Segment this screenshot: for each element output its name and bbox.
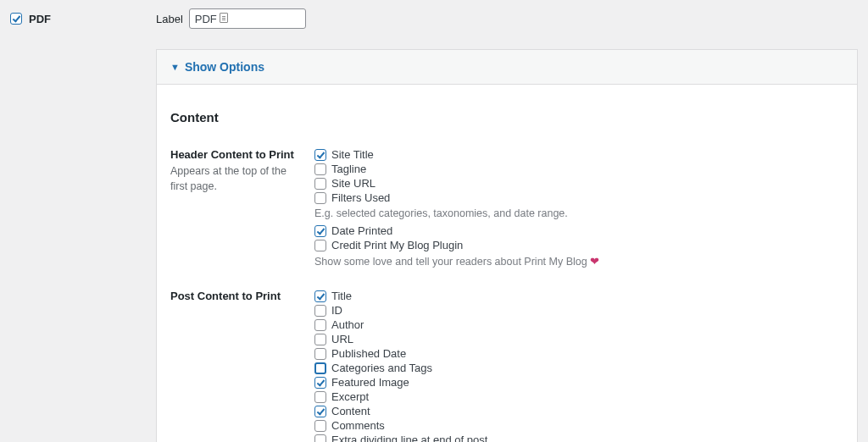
lbl-post-id: ID [331,304,342,318]
lbl-categories-tags: Categories and Tags [331,362,432,375]
pdf-format-toggle: PDF [10,13,156,25]
row-header-content: Header Content to Print Appears at the t… [170,148,843,273]
cb-comments[interactable] [314,420,326,432]
cb-categories-tags[interactable] [314,362,326,374]
opt-credit-plugin[interactable]: Credit Print My Blog Plugin [314,239,843,252]
pdf-checkbox-label: PDF [29,13,51,25]
cb-credit-plugin[interactable] [314,240,326,251]
lbl-content: Content [331,405,370,418]
credit-hint: Show some love and tell your readers abo… [314,255,843,268]
opt-content[interactable]: Content [314,405,843,418]
row-post-content-labelcol: Post Content to Print [170,290,314,306]
opt-published-date[interactable]: Published Date [314,347,843,361]
lbl-site-title: Site Title [331,148,374,162]
lbl-excerpt: Excerpt [331,390,369,404]
cb-site-title[interactable] [314,149,326,161]
filters-used-hint: E.g. selected categories, taxonomies, an… [314,207,843,219]
opt-categories-tags[interactable]: Categories and Tags [314,362,843,375]
lbl-extra-divider: Extra dividing line at end of post [331,434,487,442]
lbl-author: Author [331,318,364,332]
opt-featured-image[interactable]: Featured Image [314,376,843,390]
header-content-title: Header Content to Print [170,148,304,161]
opt-author[interactable]: Author [314,318,843,332]
document-icon [220,13,228,23]
opt-date-printed[interactable]: Date Printed [314,224,843,238]
cb-content[interactable] [314,406,326,417]
cb-post-title[interactable] [314,290,326,302]
panel-body: Content Header Content to Print Appears … [157,85,857,442]
opt-post-title[interactable]: Title [314,290,843,303]
post-content-title: Post Content to Print [170,290,304,302]
opt-post-id[interactable]: ID [314,304,843,318]
top-row: PDF Label [10,8,858,29]
cb-excerpt[interactable] [314,391,326,403]
lbl-comments: Comments [331,419,385,433]
opt-comments[interactable]: Comments [314,419,843,433]
pdf-checkbox[interactable] [10,13,22,25]
label-caption: Label [156,13,183,25]
lbl-tagline: Tagline [331,163,366,176]
lbl-featured-image: Featured Image [331,376,409,390]
header-content-desc: Appears at the top of the first page. [170,164,304,194]
content-heading: Content [170,110,843,124]
lbl-credit-plugin: Credit Print My Blog Plugin [331,239,463,252]
lbl-filters-used: Filters Used [331,191,390,205]
row-post-content: Post Content to Print Title ID Author [170,290,843,442]
opt-excerpt[interactable]: Excerpt [314,390,843,404]
opt-tagline[interactable]: Tagline [314,163,843,176]
cb-featured-image[interactable] [314,377,326,389]
options-panel: ▼ Show Options Content Header Content to… [156,49,858,442]
cb-date-printed[interactable] [314,225,326,237]
cb-post-url[interactable] [314,334,326,345]
opt-extra-divider[interactable]: Extra dividing line at end of post [314,434,843,442]
cb-extra-divider[interactable] [314,434,326,442]
lbl-post-url: URL [331,333,353,346]
cb-published-date[interactable] [314,348,326,360]
credit-hint-text: Show some love and tell your readers abo… [314,256,587,268]
cb-author[interactable] [314,319,326,331]
cb-post-id[interactable] [314,305,326,317]
post-content-options: Title ID Author URL [314,290,843,442]
cb-filters-used[interactable] [314,192,326,204]
label-input[interactable] [189,8,306,29]
show-options-label: Show Options [185,60,264,74]
row-header-content-labelcol: Header Content to Print Appears at the t… [170,148,314,194]
lbl-date-printed: Date Printed [331,224,392,238]
heart-icon: ❤ [590,256,599,268]
lbl-published-date: Published Date [331,347,406,361]
header-content-options: Site Title Tagline Site URL Filters Used [314,148,843,273]
cb-site-url[interactable] [314,178,326,190]
opt-filters-used[interactable]: Filters Used [314,191,843,205]
lbl-post-title: Title [331,290,352,303]
opt-site-url[interactable]: Site URL [314,177,843,191]
cb-tagline[interactable] [314,163,326,175]
triangle-down-icon: ▼ [170,63,180,72]
opt-post-url[interactable]: URL [314,333,843,346]
label-field-group: Label [156,8,306,29]
lbl-site-url: Site URL [331,177,376,191]
show-options-toggle[interactable]: ▼ Show Options [157,50,857,85]
opt-site-title[interactable]: Site Title [314,148,843,162]
